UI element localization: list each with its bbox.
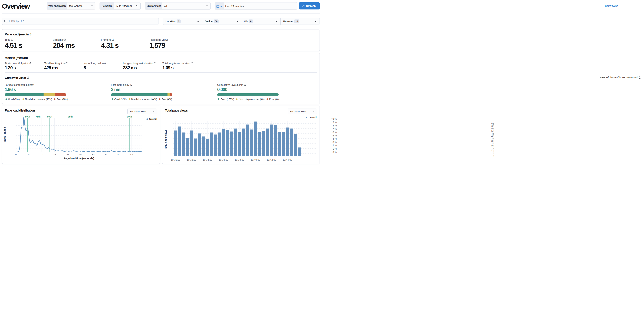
svg-text:?: ?: [155, 62, 156, 64]
svg-text:?: ?: [192, 62, 192, 64]
svg-text:?: ?: [29, 62, 30, 64]
svg-text:?: ?: [244, 84, 245, 86]
svg-text:?: ?: [104, 62, 105, 64]
svg-text:?: ?: [33, 84, 34, 86]
svg-text:?: ?: [113, 39, 114, 40]
svg-text:?: ?: [28, 77, 28, 79]
svg-text:?: ?: [67, 62, 68, 64]
svg-text:?: ?: [12, 39, 12, 40]
svg-text:?: ?: [64, 39, 65, 40]
svg-text:?: ?: [130, 84, 131, 86]
